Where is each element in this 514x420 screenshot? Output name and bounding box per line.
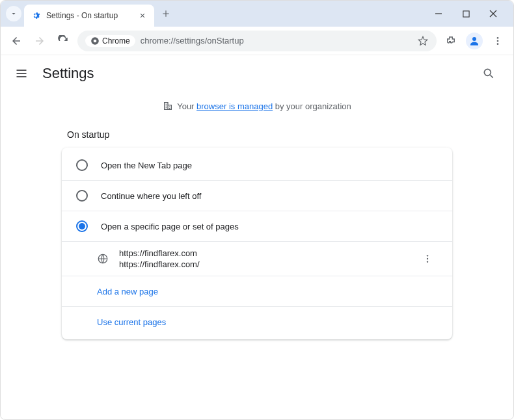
radio-label: Continue where you left off xyxy=(101,191,201,201)
arrow-left-icon xyxy=(10,35,22,47)
close-icon xyxy=(489,10,497,18)
browser-toolbar: Chrome chrome://settings/onStartup xyxy=(1,27,513,55)
radio-label: Open the New Tab page xyxy=(101,161,192,170)
star-icon xyxy=(417,35,429,47)
radio-label: Open a specific page or set of pages xyxy=(101,222,239,231)
url-text: chrome://settings/onStartup xyxy=(141,36,412,46)
extensions-button[interactable] xyxy=(442,32,460,50)
use-current-row: Use current pages xyxy=(62,306,452,337)
use-current-link[interactable]: Use current pages xyxy=(97,317,166,327)
reload-icon xyxy=(57,35,69,47)
settings-header: Settings xyxy=(1,55,513,92)
managed-suffix: by your organization xyxy=(273,101,351,111)
new-tab-button[interactable] xyxy=(157,5,175,23)
radio-icon xyxy=(76,159,88,171)
profile-button[interactable] xyxy=(465,32,483,50)
building-icon xyxy=(163,101,173,111)
page-title: Settings xyxy=(42,65,464,82)
close-icon xyxy=(139,12,146,19)
arrow-right-icon xyxy=(34,35,46,47)
page-entry-title: https://findflarex.com xyxy=(119,248,412,258)
svg-point-6 xyxy=(497,43,499,45)
chevron-down-icon xyxy=(10,10,18,18)
radio-specific-pages[interactable]: Open a specific page or set of pages xyxy=(62,211,452,241)
maximize-button[interactable] xyxy=(456,4,476,23)
hamburger-icon xyxy=(15,67,28,80)
maximize-icon xyxy=(463,10,470,18)
person-icon xyxy=(468,35,480,47)
search-icon xyxy=(482,67,495,80)
avatar xyxy=(466,33,483,49)
svg-point-9 xyxy=(427,255,428,256)
window-controls xyxy=(429,4,508,23)
startup-card: Open the New Tab page Continue where you… xyxy=(62,148,452,339)
page-entry-menu-button[interactable] xyxy=(422,254,438,264)
globe-icon xyxy=(97,253,109,265)
svg-point-2 xyxy=(94,39,97,42)
add-page-row: Add a new page xyxy=(62,276,452,306)
svg-point-7 xyxy=(484,69,491,75)
page-entry-url: https://findflarex.com/ xyxy=(119,259,412,269)
reload-button[interactable] xyxy=(54,32,72,50)
tab-close-button[interactable] xyxy=(137,10,148,21)
settings-search-button[interactable] xyxy=(477,62,500,85)
address-bar[interactable]: Chrome chrome://settings/onStartup xyxy=(77,31,437,51)
back-button[interactable] xyxy=(7,32,25,50)
bookmark-button[interactable] xyxy=(417,35,429,47)
puzzle-icon xyxy=(445,35,457,47)
chrome-logo-icon xyxy=(90,36,100,46)
managed-prefix: Your xyxy=(177,101,196,111)
svg-point-11 xyxy=(427,261,428,262)
managed-banner: Your browser is managed by your organiza… xyxy=(1,92,513,120)
section-title: On startup xyxy=(67,129,474,140)
chrome-chip-label: Chrome xyxy=(102,36,130,46)
radio-continue[interactable]: Continue where you left off xyxy=(62,180,452,211)
radio-new-tab[interactable]: Open the New Tab page xyxy=(62,150,452,180)
browser-tab[interactable]: Settings - On startup xyxy=(24,5,154,27)
radio-icon xyxy=(76,220,88,232)
minimize-button[interactable] xyxy=(429,4,448,23)
kebab-icon xyxy=(422,254,433,264)
add-page-link[interactable]: Add a new page xyxy=(97,287,158,296)
svg-rect-0 xyxy=(463,10,468,16)
tab-bar: Settings - On startup xyxy=(1,1,513,27)
managed-link[interactable]: browser is managed xyxy=(196,101,273,111)
startup-page-row: https://findflarex.com https://findflare… xyxy=(62,241,452,276)
tab-search-button[interactable] xyxy=(6,6,21,21)
close-window-button[interactable] xyxy=(483,4,503,23)
settings-menu-button[interactable] xyxy=(14,66,29,81)
settings-content: On startup Open the New Tab page Continu… xyxy=(1,120,513,419)
radio-icon xyxy=(76,190,88,202)
chrome-chip: Chrome xyxy=(85,35,135,47)
kebab-icon xyxy=(493,36,503,46)
plus-icon xyxy=(161,9,170,18)
minimize-icon xyxy=(435,10,442,18)
svg-point-4 xyxy=(497,37,499,39)
forward-button[interactable] xyxy=(31,32,49,50)
chrome-menu-button[interactable] xyxy=(489,32,507,50)
svg-point-5 xyxy=(497,40,499,42)
svg-point-3 xyxy=(472,37,476,41)
tab-title: Settings - On startup xyxy=(46,11,132,20)
settings-gear-icon xyxy=(31,10,41,21)
svg-point-10 xyxy=(427,258,428,259)
